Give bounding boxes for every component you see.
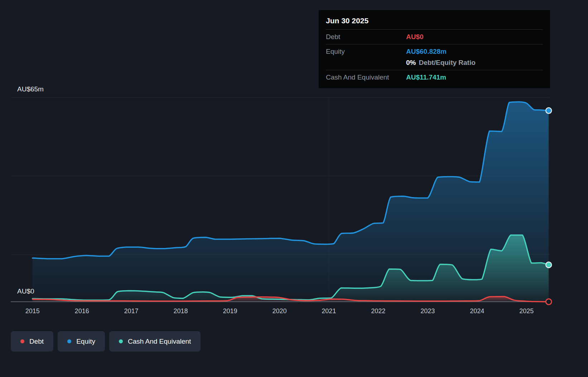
- legend-label-equity: Equity: [76, 338, 95, 345]
- debt-value: AU$0: [406, 33, 424, 41]
- legend: Debt Equity Cash And Equivalent: [11, 331, 201, 352]
- x-axis-label: 2018: [174, 307, 188, 315]
- legend-label-cash: Cash And Equivalent: [128, 338, 191, 345]
- x-axis: 2015201620172018201920202021202220232024…: [0, 307, 588, 317]
- x-axis-label: 2024: [470, 307, 484, 315]
- cash-and-equivalent-current-marker: [546, 262, 551, 268]
- x-axis-label: 2017: [124, 307, 139, 315]
- debt-current-marker: [546, 299, 551, 305]
- x-axis-label: 2023: [420, 307, 435, 315]
- legend-item-cash[interactable]: Cash And Equivalent: [109, 331, 201, 352]
- x-axis-label: 2022: [371, 307, 385, 315]
- cash-value: AU$11.741m: [406, 73, 446, 81]
- tooltip-row-debt: Debt AU$0: [326, 29, 543, 44]
- x-axis-label: 2021: [322, 307, 336, 315]
- tooltip-row-equity: Equity AU$60.828m: [326, 44, 543, 59]
- equity-dot-icon: [67, 339, 71, 343]
- equity-label: Equity: [326, 48, 406, 56]
- tooltip-row-ratio: 0% Debt/Equity Ratio: [326, 59, 543, 70]
- equity-area: [33, 102, 549, 302]
- equity-current-marker: [546, 108, 551, 114]
- equity-value: AU$60.828m: [406, 48, 447, 56]
- debt-equity-ratio-label: Debt/Equity Ratio: [419, 59, 475, 67]
- x-axis-label: 2025: [519, 307, 534, 315]
- cash-label: Cash And Equivalent: [326, 73, 406, 81]
- debt-label: Debt: [326, 33, 406, 41]
- legend-item-equity[interactable]: Equity: [58, 331, 105, 352]
- tooltip-date: Jun 30 2025: [326, 15, 543, 29]
- debt-dot-icon: [20, 339, 24, 343]
- x-axis-label: 2016: [75, 307, 89, 315]
- legend-label-debt: Debt: [29, 338, 44, 345]
- debt-equity-ratio-value: 0%: [406, 59, 416, 67]
- x-axis-label: 2020: [272, 307, 286, 315]
- tooltip-row-cash: Cash And Equivalent AU$11.741m: [326, 70, 543, 85]
- x-axis-label: 2015: [25, 307, 40, 315]
- cash-dot-icon: [119, 339, 123, 343]
- legend-item-debt[interactable]: Debt: [11, 331, 53, 352]
- y-axis-label-max: AU$65m: [17, 85, 44, 93]
- chart-svg: [11, 95, 550, 304]
- x-axis-label: 2019: [223, 307, 237, 315]
- chart-plot-area[interactable]: [11, 95, 550, 304]
- chart-tooltip: Jun 30 2025 Debt AU$0 Equity AU$60.828m …: [319, 10, 550, 88]
